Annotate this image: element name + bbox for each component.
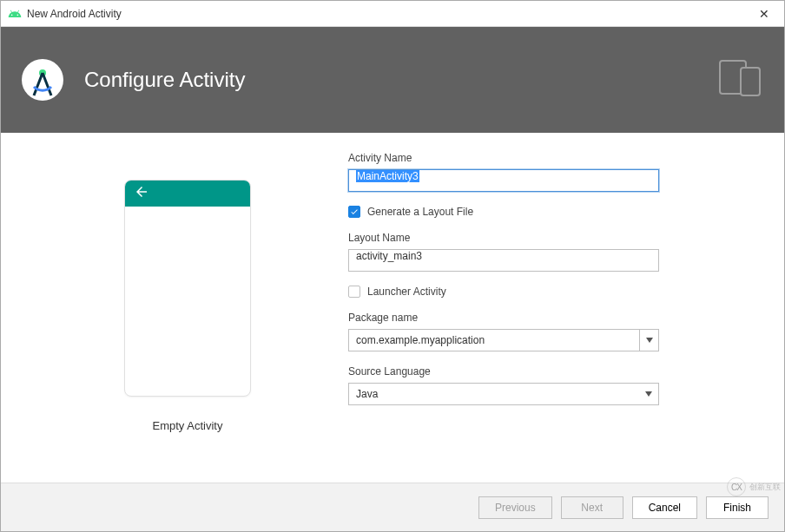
phone-app-bar <box>125 181 250 207</box>
package-name-field: Package name com.example.myapplication <box>348 312 732 351</box>
layout-name-field: Layout Name activity_main3 <box>348 232 732 272</box>
watermark: CX 创新互联 <box>727 477 781 496</box>
language-label: Source Language <box>348 365 732 378</box>
svg-point-0 <box>22 59 63 101</box>
package-dropdown-button[interactable] <box>639 330 658 351</box>
preview-column: Empty Activity <box>27 152 348 483</box>
launcher-checkbox-row[interactable]: Launcher Activity <box>348 286 732 298</box>
language-dropdown-button[interactable] <box>639 384 658 404</box>
banner-title: Configure Activity <box>84 68 245 92</box>
package-name-value: com.example.myapplication <box>349 334 639 346</box>
language-combo[interactable]: Java <box>348 383 659 405</box>
android-studio-logo <box>22 59 63 101</box>
phone-preview <box>124 180 251 397</box>
footer: Previous Next Cancel Finish <box>1 483 784 531</box>
generate-layout-label: Generate a Layout File <box>367 206 473 218</box>
back-arrow-icon <box>134 184 149 203</box>
watermark-text: 创新互联 <box>749 482 781 493</box>
content-area: Empty Activity Activity Name MainActivit… <box>1 133 784 483</box>
android-icon <box>8 7 22 21</box>
finish-button[interactable]: Finish <box>706 496 769 519</box>
close-icon[interactable]: ✕ <box>751 7 777 21</box>
launcher-checkbox[interactable] <box>348 286 360 298</box>
preview-label: Empty Activity <box>153 419 223 432</box>
activity-name-input[interactable]: MainActivity3 <box>348 169 659 192</box>
language-field: Source Language Java <box>348 365 732 405</box>
next-button: Next <box>561 496 623 519</box>
generate-layout-checkbox-row[interactable]: Generate a Layout File <box>348 206 732 218</box>
titlebar: New Android Activity ✕ <box>1 1 784 27</box>
generate-layout-checkbox[interactable] <box>348 206 360 218</box>
previous-button: Previous <box>478 496 552 519</box>
launcher-label: Launcher Activity <box>367 286 446 298</box>
layout-name-input[interactable]: activity_main3 <box>348 249 659 272</box>
package-name-label: Package name <box>348 312 732 324</box>
package-name-combo[interactable]: com.example.myapplication <box>348 329 659 351</box>
cancel-button[interactable]: Cancel <box>632 496 697 519</box>
watermark-logo: CX <box>727 477 746 496</box>
svg-rect-3 <box>741 68 760 95</box>
language-value: Java <box>349 388 639 400</box>
form-column: Activity Name MainActivity3 Generate a L… <box>348 152 758 483</box>
banner: Configure Activity <box>1 27 784 133</box>
window-title: New Android Activity <box>27 8 751 20</box>
activity-name-label: Activity Name <box>348 152 732 164</box>
activity-name-field: Activity Name MainActivity3 <box>348 152 732 192</box>
devices-icon <box>718 59 763 101</box>
layout-name-label: Layout Name <box>348 232 732 244</box>
